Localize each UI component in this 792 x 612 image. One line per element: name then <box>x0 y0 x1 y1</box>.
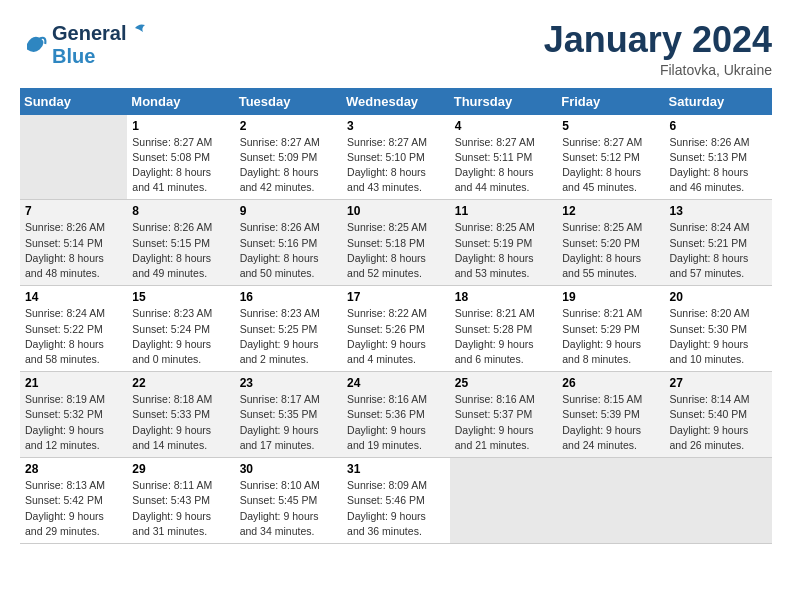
logo-bird-icon <box>127 20 147 40</box>
day-info: Sunrise: 8:09 AM Sunset: 5:46 PM Dayligh… <box>347 478 445 539</box>
calendar-cell: 27Sunrise: 8:14 AM Sunset: 5:40 PM Dayli… <box>664 372 772 458</box>
day-number: 6 <box>669 119 767 133</box>
logo-general: General <box>52 22 126 45</box>
calendar-cell: 20Sunrise: 8:20 AM Sunset: 5:30 PM Dayli… <box>664 286 772 372</box>
day-number: 10 <box>347 204 445 218</box>
day-info: Sunrise: 8:24 AM Sunset: 5:21 PM Dayligh… <box>669 220 767 281</box>
day-info: Sunrise: 8:16 AM Sunset: 5:36 PM Dayligh… <box>347 392 445 453</box>
day-number: 24 <box>347 376 445 390</box>
calendar-cell: 31Sunrise: 8:09 AM Sunset: 5:46 PM Dayli… <box>342 458 450 544</box>
calendar-body: 1Sunrise: 8:27 AM Sunset: 5:08 PM Daylig… <box>20 115 772 544</box>
day-number: 28 <box>25 462 122 476</box>
calendar-cell: 8Sunrise: 8:26 AM Sunset: 5:15 PM Daylig… <box>127 200 234 286</box>
day-info: Sunrise: 8:11 AM Sunset: 5:43 PM Dayligh… <box>132 478 229 539</box>
day-info: Sunrise: 8:26 AM Sunset: 5:15 PM Dayligh… <box>132 220 229 281</box>
day-info: Sunrise: 8:17 AM Sunset: 5:35 PM Dayligh… <box>240 392 337 453</box>
logo-icon <box>20 30 48 58</box>
day-number: 20 <box>669 290 767 304</box>
day-number: 2 <box>240 119 337 133</box>
day-number: 17 <box>347 290 445 304</box>
calendar-header-row: SundayMondayTuesdayWednesdayThursdayFrid… <box>20 88 772 115</box>
day-info: Sunrise: 8:23 AM Sunset: 5:25 PM Dayligh… <box>240 306 337 367</box>
day-info: Sunrise: 8:19 AM Sunset: 5:32 PM Dayligh… <box>25 392 122 453</box>
day-info: Sunrise: 8:25 AM Sunset: 5:18 PM Dayligh… <box>347 220 445 281</box>
day-number: 9 <box>240 204 337 218</box>
calendar-cell <box>557 458 664 544</box>
day-number: 13 <box>669 204 767 218</box>
day-info: Sunrise: 8:10 AM Sunset: 5:45 PM Dayligh… <box>240 478 337 539</box>
calendar-cell: 23Sunrise: 8:17 AM Sunset: 5:35 PM Dayli… <box>235 372 342 458</box>
day-info: Sunrise: 8:27 AM Sunset: 5:11 PM Dayligh… <box>455 135 552 196</box>
day-info: Sunrise: 8:27 AM Sunset: 5:09 PM Dayligh… <box>240 135 337 196</box>
calendar-cell: 15Sunrise: 8:23 AM Sunset: 5:24 PM Dayli… <box>127 286 234 372</box>
day-info: Sunrise: 8:21 AM Sunset: 5:29 PM Dayligh… <box>562 306 659 367</box>
calendar-cell: 22Sunrise: 8:18 AM Sunset: 5:33 PM Dayli… <box>127 372 234 458</box>
day-info: Sunrise: 8:26 AM Sunset: 5:13 PM Dayligh… <box>669 135 767 196</box>
weekday-header-saturday: Saturday <box>664 88 772 115</box>
day-number: 31 <box>347 462 445 476</box>
day-number: 1 <box>132 119 229 133</box>
day-number: 30 <box>240 462 337 476</box>
calendar-cell: 1Sunrise: 8:27 AM Sunset: 5:08 PM Daylig… <box>127 115 234 200</box>
day-number: 3 <box>347 119 445 133</box>
calendar-cell <box>20 115 127 200</box>
weekday-header-wednesday: Wednesday <box>342 88 450 115</box>
calendar-cell: 26Sunrise: 8:15 AM Sunset: 5:39 PM Dayli… <box>557 372 664 458</box>
calendar-table: SundayMondayTuesdayWednesdayThursdayFrid… <box>20 88 772 544</box>
calendar-cell: 14Sunrise: 8:24 AM Sunset: 5:22 PM Dayli… <box>20 286 127 372</box>
calendar-cell: 28Sunrise: 8:13 AM Sunset: 5:42 PM Dayli… <box>20 458 127 544</box>
day-info: Sunrise: 8:15 AM Sunset: 5:39 PM Dayligh… <box>562 392 659 453</box>
day-number: 18 <box>455 290 552 304</box>
calendar-week-row: 28Sunrise: 8:13 AM Sunset: 5:42 PM Dayli… <box>20 458 772 544</box>
calendar-cell: 6Sunrise: 8:26 AM Sunset: 5:13 PM Daylig… <box>664 115 772 200</box>
day-info: Sunrise: 8:27 AM Sunset: 5:08 PM Dayligh… <box>132 135 229 196</box>
calendar-cell: 4Sunrise: 8:27 AM Sunset: 5:11 PM Daylig… <box>450 115 557 200</box>
weekday-header-tuesday: Tuesday <box>235 88 342 115</box>
weekday-header-thursday: Thursday <box>450 88 557 115</box>
page-header: General Blue January 2024 Filatovka, Ukr… <box>20 20 772 78</box>
day-number: 26 <box>562 376 659 390</box>
title-block: January 2024 Filatovka, Ukraine <box>544 20 772 78</box>
calendar-cell: 10Sunrise: 8:25 AM Sunset: 5:18 PM Dayli… <box>342 200 450 286</box>
day-number: 7 <box>25 204 122 218</box>
weekday-header-monday: Monday <box>127 88 234 115</box>
calendar-cell: 24Sunrise: 8:16 AM Sunset: 5:36 PM Dayli… <box>342 372 450 458</box>
calendar-cell: 7Sunrise: 8:26 AM Sunset: 5:14 PM Daylig… <box>20 200 127 286</box>
day-number: 11 <box>455 204 552 218</box>
calendar-week-row: 1Sunrise: 8:27 AM Sunset: 5:08 PM Daylig… <box>20 115 772 200</box>
weekday-header-sunday: Sunday <box>20 88 127 115</box>
calendar-cell: 16Sunrise: 8:23 AM Sunset: 5:25 PM Dayli… <box>235 286 342 372</box>
day-info: Sunrise: 8:13 AM Sunset: 5:42 PM Dayligh… <box>25 478 122 539</box>
calendar-cell: 2Sunrise: 8:27 AM Sunset: 5:09 PM Daylig… <box>235 115 342 200</box>
logo-blue: Blue <box>52 45 147 68</box>
calendar-cell: 21Sunrise: 8:19 AM Sunset: 5:32 PM Dayli… <box>20 372 127 458</box>
day-info: Sunrise: 8:26 AM Sunset: 5:16 PM Dayligh… <box>240 220 337 281</box>
calendar-cell: 3Sunrise: 8:27 AM Sunset: 5:10 PM Daylig… <box>342 115 450 200</box>
day-info: Sunrise: 8:27 AM Sunset: 5:10 PM Dayligh… <box>347 135 445 196</box>
day-info: Sunrise: 8:14 AM Sunset: 5:40 PM Dayligh… <box>669 392 767 453</box>
day-info: Sunrise: 8:22 AM Sunset: 5:26 PM Dayligh… <box>347 306 445 367</box>
day-info: Sunrise: 8:18 AM Sunset: 5:33 PM Dayligh… <box>132 392 229 453</box>
calendar-cell: 12Sunrise: 8:25 AM Sunset: 5:20 PM Dayli… <box>557 200 664 286</box>
day-info: Sunrise: 8:25 AM Sunset: 5:20 PM Dayligh… <box>562 220 659 281</box>
day-info: Sunrise: 8:21 AM Sunset: 5:28 PM Dayligh… <box>455 306 552 367</box>
day-number: 22 <box>132 376 229 390</box>
day-number: 29 <box>132 462 229 476</box>
location-subtitle: Filatovka, Ukraine <box>544 62 772 78</box>
month-year-title: January 2024 <box>544 20 772 60</box>
day-number: 8 <box>132 204 229 218</box>
calendar-cell: 9Sunrise: 8:26 AM Sunset: 5:16 PM Daylig… <box>235 200 342 286</box>
calendar-cell: 13Sunrise: 8:24 AM Sunset: 5:21 PM Dayli… <box>664 200 772 286</box>
calendar-cell: 29Sunrise: 8:11 AM Sunset: 5:43 PM Dayli… <box>127 458 234 544</box>
day-info: Sunrise: 8:26 AM Sunset: 5:14 PM Dayligh… <box>25 220 122 281</box>
calendar-cell: 18Sunrise: 8:21 AM Sunset: 5:28 PM Dayli… <box>450 286 557 372</box>
day-number: 15 <box>132 290 229 304</box>
day-number: 23 <box>240 376 337 390</box>
day-number: 27 <box>669 376 767 390</box>
day-info: Sunrise: 8:27 AM Sunset: 5:12 PM Dayligh… <box>562 135 659 196</box>
day-number: 25 <box>455 376 552 390</box>
day-info: Sunrise: 8:23 AM Sunset: 5:24 PM Dayligh… <box>132 306 229 367</box>
day-info: Sunrise: 8:20 AM Sunset: 5:30 PM Dayligh… <box>669 306 767 367</box>
day-number: 21 <box>25 376 122 390</box>
day-info: Sunrise: 8:24 AM Sunset: 5:22 PM Dayligh… <box>25 306 122 367</box>
